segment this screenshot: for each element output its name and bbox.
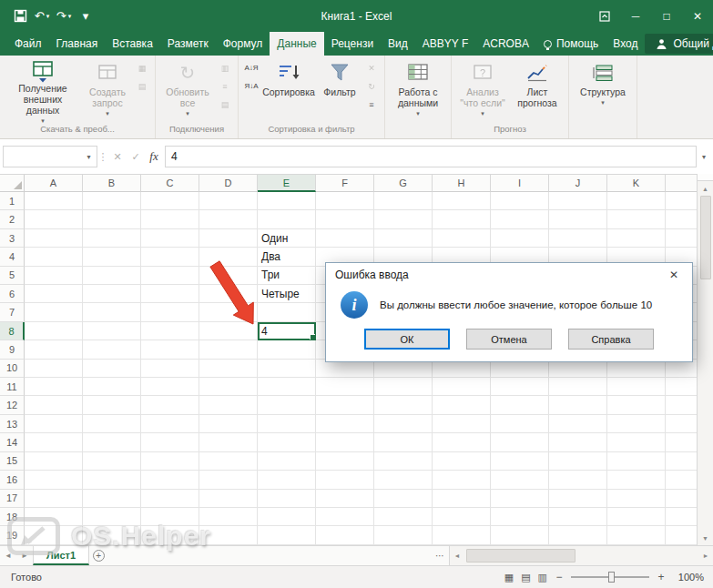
cell-B12[interactable] [83, 396, 141, 414]
cell-partial-row-11[interactable] [666, 378, 697, 396]
cell-partial-row-16[interactable] [666, 471, 697, 489]
cell-G13[interactable] [374, 415, 433, 433]
cell-D16[interactable] [199, 471, 258, 489]
row-header-10[interactable]: 10 [0, 360, 25, 378]
advanced-filter-button[interactable]: ≡ [362, 96, 381, 112]
data-tools-button[interactable]: Работа с данными ▾ [389, 56, 447, 120]
cell-A18[interactable] [25, 508, 83, 526]
cell-I13[interactable] [491, 415, 549, 433]
zoom-slider-thumb[interactable] [608, 572, 615, 583]
cell-J12[interactable] [549, 396, 607, 414]
tab-данные[interactable]: Данные [270, 32, 323, 56]
cell-B11[interactable] [83, 378, 141, 396]
cell-H12[interactable] [433, 396, 491, 414]
row-header-2[interactable]: 2 [0, 210, 25, 228]
cell-D1[interactable] [199, 192, 258, 210]
cell-partial-row-2[interactable] [666, 210, 697, 228]
cell-E1[interactable] [258, 192, 316, 210]
cell-A3[interactable] [25, 229, 83, 248]
cell-G3[interactable] [374, 229, 433, 248]
maximize-button[interactable]: □ [651, 0, 682, 32]
cancel-entry-button[interactable]: ✕ [108, 146, 127, 167]
cell-C11[interactable] [141, 378, 199, 396]
scroll-right-button[interactable]: ► [698, 553, 713, 559]
scroll-up-button[interactable]: ▲ [698, 181, 713, 196]
cell-partial-row-19[interactable] [666, 526, 697, 544]
column-header-H[interactable]: H [433, 175, 491, 192]
chevron-down-icon[interactable]: ▾ [81, 153, 97, 161]
cell-G14[interactable] [374, 433, 433, 451]
cell-E12[interactable] [258, 396, 316, 414]
cell-I12[interactable] [491, 396, 549, 414]
row-header-1[interactable]: 1 [0, 192, 25, 210]
row-header-16[interactable]: 16 [0, 471, 25, 489]
cell-A6[interactable] [25, 285, 83, 303]
cell-A14[interactable] [25, 433, 83, 451]
cell-H11[interactable] [433, 378, 491, 396]
cell-G18[interactable] [374, 508, 433, 526]
scroll-down-button[interactable]: ▼ [698, 531, 713, 545]
what-if-analysis-button[interactable]: ? Анализ "что если" ▾ [455, 56, 510, 120]
tab-вставка[interactable]: Вставка [105, 32, 160, 56]
cell-B18[interactable] [83, 508, 141, 526]
row-header-3[interactable]: 3 [0, 229, 25, 248]
horizontal-scrollbar[interactable]: ◄ ► [449, 546, 713, 565]
cell-B14[interactable] [83, 433, 141, 451]
tab-главная[interactable]: Главная [49, 32, 106, 56]
row-header-18[interactable]: 18 [0, 508, 25, 526]
cell-B1[interactable] [83, 192, 141, 210]
cell-G16[interactable] [374, 471, 433, 489]
customize-quick-access-button[interactable]: ▾ [75, 5, 97, 28]
cell-H2[interactable] [433, 210, 491, 228]
cell-E18[interactable] [258, 508, 316, 526]
cell-B5[interactable] [83, 267, 141, 285]
cell-K11[interactable] [607, 378, 666, 396]
cell-F16[interactable] [316, 471, 374, 489]
dialog-title-bar[interactable]: Ошибка ввода ✕ [326, 263, 692, 287]
cell-A13[interactable] [25, 415, 83, 433]
expand-formula-bar-button[interactable]: ▾ [697, 153, 711, 161]
sheet-tab-list1[interactable]: Лист1 [33, 546, 89, 565]
row-header-15[interactable]: 15 [0, 452, 25, 471]
page-break-view-button[interactable]: ▥ [538, 572, 547, 583]
column-header-I[interactable]: I [491, 175, 549, 192]
scrollbar-split-handle[interactable] [698, 174, 713, 181]
insert-function-button[interactable]: fx [145, 146, 163, 167]
recent-sources-button[interactable]: ▦ [133, 60, 151, 76]
cell-J17[interactable] [549, 490, 607, 508]
cell-J19[interactable] [549, 526, 607, 544]
cell-K19[interactable] [607, 526, 666, 544]
cell-K13[interactable] [607, 415, 666, 433]
cell-D19[interactable] [199, 526, 258, 544]
tab-вид[interactable]: Вид [381, 32, 415, 56]
cell-F19[interactable] [316, 526, 374, 544]
cell-E2[interactable] [258, 210, 316, 228]
cell-A15[interactable] [25, 452, 83, 471]
cell-A16[interactable] [25, 471, 83, 489]
formula-bar-splitter[interactable]: ⋮ [97, 151, 108, 163]
cell-C18[interactable] [141, 508, 199, 526]
tab-acroba[interactable]: ACROBA [475, 32, 536, 56]
cell-G1[interactable] [374, 192, 433, 210]
cell-D10[interactable] [199, 360, 258, 378]
cell-A8[interactable] [25, 322, 83, 340]
cell-H13[interactable] [433, 415, 491, 433]
cell-D15[interactable] [199, 452, 258, 471]
cell-C17[interactable] [141, 490, 199, 508]
row-header-7[interactable]: 7 [0, 303, 25, 321]
cell-K14[interactable] [607, 433, 666, 451]
sort-za-button[interactable]: Я↓А [242, 78, 260, 94]
cell-partial-row-1[interactable] [666, 192, 697, 210]
tab-вход[interactable]: Вход [606, 32, 645, 56]
tab-разметк[interactable]: Разметк [160, 32, 216, 56]
close-button[interactable]: ✕ [682, 0, 713, 32]
formula-input[interactable]: 4 [165, 146, 697, 167]
row-header-5[interactable]: 5 [0, 267, 25, 285]
column-header-J[interactable]: J [549, 175, 607, 192]
cell-C7[interactable] [141, 303, 199, 321]
from-table-button[interactable]: ▤ [133, 78, 151, 94]
cell-C19[interactable] [141, 526, 199, 544]
cell-J14[interactable] [549, 433, 607, 451]
cell-G11[interactable] [374, 378, 433, 396]
cell-B6[interactable] [83, 285, 141, 303]
